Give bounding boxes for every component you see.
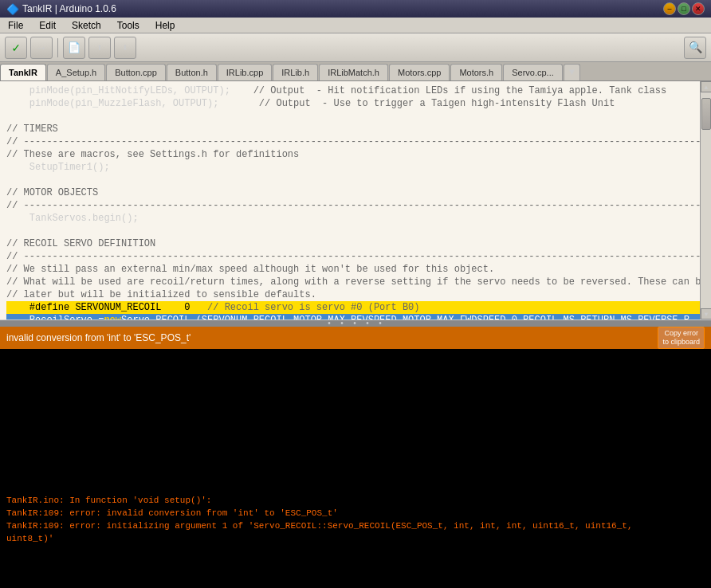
menu-sketch[interactable]: Sketch bbox=[67, 19, 106, 32]
code-line: // later but will be initialized to sens… bbox=[6, 288, 705, 301]
save-button[interactable]: ⬇ bbox=[114, 37, 136, 59]
tab-buttonh[interactable]: Button.h bbox=[167, 64, 217, 80]
tab-motorscpp[interactable]: Motors.cpp bbox=[389, 64, 450, 80]
main-container: pinMode(pin_HitNotifyLEDs, OUTPUT); // O… bbox=[0, 81, 711, 588]
console-line bbox=[6, 379, 705, 392]
console-line bbox=[6, 468, 705, 481]
menu-bar: File Edit Sketch Tools Help bbox=[0, 18, 711, 33]
scroll-down-arrow[interactable]: ▼ bbox=[701, 308, 711, 319]
tab-irlibh[interactable]: IRLib.h bbox=[273, 64, 318, 80]
tab-servocpp[interactable]: Servo.cp... bbox=[503, 64, 563, 80]
console-area: TankIR.ino: In function 'void setup()': … bbox=[0, 349, 711, 588]
verify-button[interactable]: ✓ bbox=[5, 37, 27, 59]
console-line bbox=[6, 443, 705, 456]
console-line bbox=[6, 405, 705, 417]
console-output-2: TankIR:109: error: invalid conversion fr… bbox=[6, 507, 705, 519]
code-line-blue: RecoilServo = new Servo_RECOIL (SERVONUM… bbox=[6, 314, 705, 319]
code-line-highlighted: #define SERVONUM_RECOIL 0 // Recoil serv… bbox=[6, 301, 705, 314]
console-line bbox=[6, 354, 705, 367]
title-bar-controls[interactable]: – □ ✕ bbox=[663, 2, 705, 15]
maximize-button[interactable]: □ bbox=[678, 2, 690, 15]
tab-motorsh[interactable]: Motors.h bbox=[450, 64, 502, 80]
console-line bbox=[6, 430, 705, 443]
code-line: // We still pass an external min/max spe… bbox=[6, 263, 705, 276]
app-icon: 🔷 bbox=[6, 3, 19, 15]
app-title: TankIR | Arduino 1.0.6 bbox=[22, 3, 116, 14]
code-line bbox=[6, 110, 705, 123]
open-button[interactable]: ⬆ bbox=[88, 37, 111, 59]
console-output-1: TankIR.ino: In function 'void setup()': bbox=[6, 494, 705, 507]
menu-file[interactable]: File bbox=[3, 19, 28, 32]
code-line: pinMode(pin_MuzzleFlash, OUTPUT); // Out… bbox=[6, 97, 705, 110]
toolbar-sep-1 bbox=[57, 38, 58, 57]
code-line bbox=[6, 174, 705, 186]
console-line bbox=[6, 456, 705, 468]
search-button[interactable]: 🔍 bbox=[684, 37, 706, 59]
code-line bbox=[6, 225, 705, 237]
console-output-3: TankIR:109: error: initializing argument… bbox=[6, 519, 705, 532]
minimize-button[interactable]: – bbox=[663, 2, 676, 15]
console-line bbox=[6, 417, 705, 430]
upload-button[interactable]: → bbox=[30, 37, 53, 59]
menu-edit[interactable]: Edit bbox=[34, 19, 61, 32]
code-scroll: pinMode(pin_HitNotifyLEDs, OUTPUT); // O… bbox=[0, 81, 711, 319]
copy-error-button[interactable]: Copy error to clipboard bbox=[658, 327, 705, 349]
resize-divider[interactable]: • • • • • bbox=[0, 320, 711, 327]
title-bar-left: 🔷 TankIR | Arduino 1.0.6 bbox=[6, 3, 116, 15]
error-banner: invalid conversion from 'int' to 'ESC_PO… bbox=[0, 327, 711, 349]
code-line: // What will be used are recoil/return t… bbox=[6, 276, 705, 288]
scroll-up-arrow[interactable]: ▲ bbox=[701, 81, 711, 92]
code-line: // -------------------------------------… bbox=[6, 250, 705, 263]
tab-tankir[interactable]: TankIR bbox=[0, 64, 46, 80]
console-line bbox=[6, 481, 705, 494]
tab-asetup[interactable]: A_Setup.h bbox=[47, 64, 105, 80]
code-line: // RECOIL SERVO DEFINITION bbox=[6, 237, 705, 250]
code-line: TankServos.begin(); bbox=[6, 212, 705, 225]
code-line: pinMode(pin_HitNotifyLEDs, OUTPUT); // O… bbox=[6, 84, 705, 97]
vertical-scrollbar[interactable]: ▲ ▼ bbox=[700, 81, 711, 319]
toolbar: ✓ → 📄 ⬆ ⬇ 🔍 bbox=[0, 33, 711, 62]
close-button[interactable]: ✕ bbox=[692, 2, 705, 15]
console-line bbox=[6, 367, 705, 379]
console-line bbox=[6, 392, 705, 405]
title-bar: 🔷 TankIR | Arduino 1.0.6 – □ ✕ bbox=[0, 0, 711, 18]
code-area[interactable]: pinMode(pin_HitNotifyLEDs, OUTPUT); // O… bbox=[0, 81, 711, 320]
error-message: invalid conversion from 'int' to 'ESC_PO… bbox=[6, 332, 191, 343]
menu-help[interactable]: Help bbox=[151, 19, 180, 32]
tabs-bar: TankIR A_Setup.h Button.cpp Button.h IRL… bbox=[0, 62, 711, 81]
new-button[interactable]: 📄 bbox=[63, 37, 85, 59]
code-line: // These are macros, see Settings.h for … bbox=[6, 148, 705, 161]
tab-buttoncpp[interactable]: Button.cpp bbox=[106, 64, 166, 80]
code-line: // -------------------------------------… bbox=[6, 199, 705, 212]
menu-tools[interactable]: Tools bbox=[112, 19, 144, 32]
tab-irlibmatch[interactable]: IRLibMatch.h bbox=[319, 64, 388, 80]
code-line: // -------------------------------------… bbox=[6, 135, 705, 148]
code-line: SetupTimer1(); bbox=[6, 161, 705, 174]
code-line: // MOTOR OBJECTS bbox=[6, 186, 705, 199]
tab-overflow-btn[interactable]: ▼ bbox=[564, 64, 580, 80]
code-line: // TIMERS bbox=[6, 123, 705, 135]
scroll-thumb[interactable] bbox=[701, 98, 711, 130]
tab-irlibcpp[interactable]: IRLib.cpp bbox=[218, 64, 272, 80]
console-output-4: uint8_t)' bbox=[6, 532, 705, 545]
